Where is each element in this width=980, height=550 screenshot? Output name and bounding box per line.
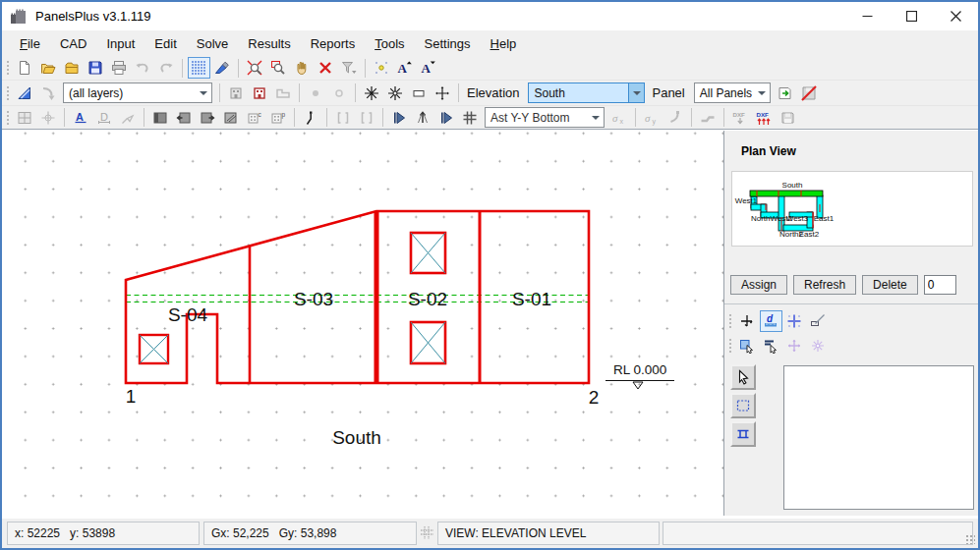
zoom-window-button[interactable] xyxy=(267,57,290,79)
sigma-x-button: σx xyxy=(608,107,631,129)
opening-s04[interactable] xyxy=(140,335,168,363)
panel-sketch-button[interactable] xyxy=(220,107,243,129)
marquee-select-button[interactable] xyxy=(730,393,756,418)
grid-c-button[interactable]: c xyxy=(244,107,266,129)
toolbar-grip[interactable] xyxy=(5,84,10,102)
opening-s02-bottom[interactable] xyxy=(411,322,445,363)
zoom-extents-button[interactable] xyxy=(244,57,266,79)
menu-item-edit[interactable]: Edit xyxy=(144,32,186,55)
burst-button[interactable] xyxy=(361,82,383,104)
refresh-button[interactable]: Refresh xyxy=(793,275,856,295)
plan-view-panel: Plan View xyxy=(724,131,978,516)
panel-combo-value: All Panels xyxy=(700,86,752,100)
opening-s02-top[interactable] xyxy=(411,233,445,273)
panel-divider xyxy=(724,303,978,304)
building-red-button[interactable] xyxy=(249,82,271,104)
beam-section-button[interactable] xyxy=(730,421,756,447)
grid-toggle-button[interactable] xyxy=(188,57,210,79)
toolbar-grip[interactable] xyxy=(5,59,10,77)
pointer-tool-button[interactable] xyxy=(730,364,756,390)
menu-item-file[interactable]: File xyxy=(10,32,50,55)
toolbar-grip[interactable] xyxy=(5,109,10,127)
toolbar-grip[interactable] xyxy=(727,312,732,330)
slope-layer-icon xyxy=(17,85,32,101)
dim-d-button[interactable]: d xyxy=(760,310,782,332)
play2-button[interactable] xyxy=(435,107,458,129)
toolbar-separator xyxy=(144,108,144,127)
menu-item-results[interactable]: Results xyxy=(238,32,300,55)
save-button[interactable] xyxy=(85,57,107,79)
open-folder-button[interactable] xyxy=(37,57,60,79)
plan-view-box[interactable]: South West1 NorthWest2 West3 East1 North… xyxy=(731,171,973,247)
new-doc-button[interactable] xyxy=(14,57,36,79)
maximize-button[interactable] xyxy=(890,2,934,30)
grid-p-button[interactable]: p xyxy=(267,107,290,129)
print-button[interactable] xyxy=(108,57,131,79)
ast-combo[interactable]: Ast Y-Y Bottom xyxy=(485,107,605,128)
chevron-down-icon[interactable] xyxy=(628,83,644,102)
no-save-button[interactable] xyxy=(797,82,820,104)
delete-button[interactable]: Delete xyxy=(862,275,918,295)
toolbar-grip[interactable] xyxy=(727,337,732,355)
rect-tool-button[interactable] xyxy=(408,82,431,104)
text-increase-button[interactable]: A xyxy=(394,57,417,79)
hash-grid-button[interactable] xyxy=(459,107,482,129)
chevron-down-icon[interactable] xyxy=(588,108,604,127)
panel-combo[interactable]: All Panels xyxy=(694,82,771,103)
chevron-down-icon[interactable] xyxy=(754,83,770,102)
menu-item-solve[interactable]: Solve xyxy=(187,32,239,55)
snap-point-button[interactable] xyxy=(371,57,393,79)
dxf-export-button[interactable]: DXF xyxy=(753,107,776,129)
rebar-button[interactable] xyxy=(412,107,434,129)
open-folder-icon xyxy=(40,60,56,76)
menu-item-input[interactable]: Input xyxy=(96,32,144,55)
menu-item-reports[interactable]: Reports xyxy=(301,32,366,55)
delete-button[interactable] xyxy=(315,57,337,79)
chevron-down-icon[interactable] xyxy=(196,83,211,102)
toolbar-standard: AA xyxy=(2,56,978,80)
menu-item-help[interactable]: Help xyxy=(481,32,527,55)
target-button xyxy=(37,107,60,129)
select-panel-button[interactable] xyxy=(736,335,759,357)
menu-item-cad[interactable]: CAD xyxy=(50,32,96,55)
selection-listbox[interactable] xyxy=(783,365,974,510)
grid-p-icon: p xyxy=(270,110,286,126)
angle-line-button[interactable] xyxy=(300,107,322,129)
all-layers-combo[interactable]: (all layers) xyxy=(63,82,212,103)
crosshair-move-button[interactable] xyxy=(432,82,454,104)
gridline-label-1: 1 xyxy=(126,386,137,407)
panel-cap-button[interactable] xyxy=(149,107,172,129)
minimize-button[interactable] xyxy=(845,2,890,30)
copy-folder-button[interactable] xyxy=(61,57,84,79)
menu-item-settings[interactable]: Settings xyxy=(415,32,481,55)
pan-button[interactable] xyxy=(291,57,314,79)
select-edge-button[interactable] xyxy=(760,335,782,357)
menu-item-tools[interactable]: Tools xyxy=(365,32,414,55)
count-input[interactable] xyxy=(924,275,956,295)
play-button[interactable] xyxy=(388,107,411,129)
export-panel-icon xyxy=(778,85,793,101)
marquee-icon xyxy=(735,398,751,413)
text-decrease-button[interactable]: A xyxy=(418,57,440,79)
panel-outline-button xyxy=(272,82,295,104)
sweep-button[interactable] xyxy=(211,57,234,79)
resize-grip[interactable] xyxy=(965,534,975,544)
plan-wall-south-selected[interactable] xyxy=(750,191,823,196)
slope-layer-button[interactable] xyxy=(14,82,36,104)
gridline-label-2: 2 xyxy=(589,387,600,408)
grid-cross-button[interactable] xyxy=(783,310,806,332)
offset-line-button[interactable] xyxy=(807,310,830,332)
burst2-button[interactable] xyxy=(384,82,407,104)
drawing-canvas[interactable]: S-04 S-03 S-02 S-01 1 2 South RL 0.000 xyxy=(2,131,724,516)
axis-button[interactable] xyxy=(736,310,759,332)
export-panel-button[interactable] xyxy=(774,82,796,104)
dot-hollow-button xyxy=(328,82,351,104)
close-button[interactable] xyxy=(934,2,978,30)
panel-left-button[interactable] xyxy=(173,107,196,129)
panel-right-button[interactable] xyxy=(197,107,219,129)
toolbar-separator xyxy=(691,108,692,127)
dim-text-button[interactable]: A xyxy=(70,107,92,129)
assign-button[interactable]: Assign xyxy=(730,275,787,295)
grid-toggle-icon xyxy=(191,60,206,76)
elevation-combo[interactable]: South xyxy=(528,82,645,103)
